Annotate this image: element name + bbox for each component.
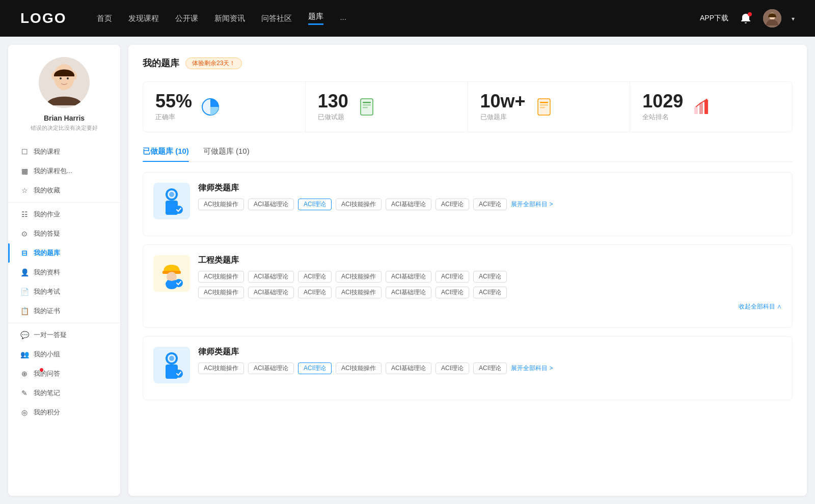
sidebar-item-notes[interactable]: ✎ 我的笔记 bbox=[8, 383, 120, 403]
sidebar-divider bbox=[8, 202, 120, 203]
sidebar-item-my-qa[interactable]: ⊕ 我的问答 bbox=[8, 364, 120, 383]
svg-point-6 bbox=[67, 77, 69, 79]
stat-label-banks: 已做题库 bbox=[480, 113, 526, 122]
tag-3-0[interactable]: ACI技能操作 bbox=[198, 362, 244, 374]
tag-2b-6[interactable]: ACI理论 bbox=[473, 287, 507, 298]
grid-icon: ⊟ bbox=[20, 249, 29, 257]
svg-point-31 bbox=[169, 356, 174, 361]
star-icon: ☆ bbox=[20, 186, 29, 194]
sidebar-item-homework[interactable]: ☷ 我的作业 bbox=[8, 205, 120, 224]
qbank-title-1: 律师类题库 bbox=[198, 183, 782, 193]
tag-1-6[interactable]: ACI理论 bbox=[473, 199, 507, 210]
tag-3-6[interactable]: ACI理论 bbox=[473, 362, 507, 374]
tab-done-banks[interactable]: 已做题库 (10) bbox=[143, 147, 189, 161]
sidebar-item-label: 我的证书 bbox=[34, 306, 60, 316]
tab-available-banks[interactable]: 可做题库 (10) bbox=[203, 147, 250, 161]
sidebar-item-label: 我的笔记 bbox=[34, 388, 60, 398]
tag-3-5[interactable]: ACI理论 bbox=[436, 362, 469, 374]
tag-2b-4[interactable]: ACI基础理论 bbox=[386, 287, 431, 298]
sidebar-item-label: 我的资料 bbox=[34, 268, 60, 277]
sidebar-item-exam[interactable]: 📄 我的考试 bbox=[8, 282, 120, 301]
sidebar-item-qbank[interactable]: ⊟ 我的题库 bbox=[8, 243, 120, 263]
tag-2-3[interactable]: ACI技能操作 bbox=[336, 271, 382, 283]
sidebar-item-points[interactable]: ◎ 我的积分 bbox=[8, 403, 120, 422]
sidebar-item-profile[interactable]: 👤 我的资料 bbox=[8, 263, 120, 282]
sidebar-avatar bbox=[39, 57, 90, 108]
collapse-btn[interactable]: 收起全部科目 ∧ bbox=[198, 302, 782, 311]
nav-news[interactable]: 新闻资讯 bbox=[214, 14, 245, 23]
sidebar-item-favorites[interactable]: ☆ 我的收藏 bbox=[8, 181, 120, 200]
stat-ranking: 1029 全站排名 bbox=[630, 82, 792, 132]
tag-1-5[interactable]: ACI理论 bbox=[436, 199, 469, 210]
svg-point-5 bbox=[60, 77, 62, 79]
tag-1-0[interactable]: ACI技能操作 bbox=[198, 199, 244, 210]
stat-label-done: 已做试题 bbox=[318, 113, 348, 122]
stat-value-ranking: 1029 bbox=[642, 92, 683, 110]
question-icon: ⊙ bbox=[20, 230, 29, 238]
tag-1-1[interactable]: ACI基础理论 bbox=[248, 199, 294, 210]
qbank-content-3: 律师类题库 ACI技能操作 ACI基础理论 ACI理论 ACI技能操作 ACI基… bbox=[198, 347, 782, 374]
tag-2b-3[interactable]: ACI技能操作 bbox=[336, 287, 382, 298]
qbank-title-3: 律师类题库 bbox=[198, 347, 782, 357]
stat-value-done: 130 bbox=[318, 92, 348, 110]
svg-rect-9 bbox=[363, 102, 371, 103]
sidebar-item-cert[interactable]: 📋 我的证书 bbox=[8, 301, 120, 321]
nav-open-course[interactable]: 公开课 bbox=[175, 14, 198, 23]
tag-2b-5[interactable]: ACI理论 bbox=[436, 287, 469, 298]
svg-rect-16 bbox=[694, 107, 698, 114]
nav-more[interactable]: ··· bbox=[340, 14, 346, 23]
stat-value-accuracy: 55% bbox=[155, 92, 192, 110]
sidebar-item-label: 一对一答疑 bbox=[34, 330, 67, 340]
stat-text-banks: 10w+ 已做题库 bbox=[480, 92, 526, 122]
tag-2-4[interactable]: ACI基础理论 bbox=[386, 271, 431, 283]
engineer-icon bbox=[153, 255, 190, 292]
user-avatar[interactable] bbox=[763, 9, 781, 27]
tag-2b-2[interactable]: ACI理论 bbox=[298, 287, 332, 298]
tags-wrapper-3: ACI技能操作 ACI基础理论 ACI理论 ACI技能操作 ACI基础理论 AC… bbox=[198, 362, 782, 374]
sidebar-divider-2 bbox=[8, 323, 120, 323]
tag-2b-0[interactable]: ACI技能操作 bbox=[198, 287, 244, 298]
tag-2-5[interactable]: ACI理论 bbox=[436, 271, 469, 283]
sidebar-item-group[interactable]: 👥 我的小组 bbox=[8, 345, 120, 364]
tag-1-2[interactable]: ACI理论 bbox=[298, 199, 332, 210]
tag-3-3[interactable]: ACI技能操作 bbox=[336, 362, 382, 374]
file-icon: ☐ bbox=[20, 148, 29, 156]
tag-2-6[interactable]: ACI理论 bbox=[473, 271, 507, 283]
main-layout: Brian Harris 错误的决定比没有决定要好 ☐ 我的课程 ▦ 我的课程包… bbox=[0, 37, 815, 504]
qbank-title-2: 工程类题库 bbox=[198, 255, 782, 266]
expand-btn-1[interactable]: 展开全部科目 > bbox=[511, 200, 553, 209]
sidebar-item-answers[interactable]: ⊙ 我的答疑 bbox=[8, 224, 120, 243]
tag-3-2[interactable]: ACI理论 bbox=[298, 362, 332, 374]
paper-icon: 📄 bbox=[20, 288, 29, 296]
page-title: 我的题库 bbox=[143, 57, 179, 69]
sidebar-item-label: 我的收藏 bbox=[34, 186, 60, 195]
notification-bell[interactable] bbox=[739, 11, 753, 25]
svg-point-4 bbox=[54, 65, 74, 90]
nav-qbank[interactable]: 题库 bbox=[308, 12, 323, 25]
avatar-dropdown-icon[interactable] bbox=[792, 14, 795, 23]
sidebar-item-course[interactable]: ☐ 我的课程 bbox=[8, 142, 120, 161]
nav-qa[interactable]: 问答社区 bbox=[261, 14, 292, 23]
expand-btn-3[interactable]: 展开全部科目 > bbox=[511, 364, 553, 373]
tag-2-0[interactable]: ACI技能操作 bbox=[198, 271, 244, 283]
nav-home[interactable]: 首页 bbox=[97, 14, 112, 23]
app-download-button[interactable]: APP下载 bbox=[700, 14, 728, 23]
lawyer-icon-1 bbox=[153, 183, 190, 219]
tag-1-4[interactable]: ACI基础理论 bbox=[386, 199, 431, 210]
tag-2-2[interactable]: ACI理论 bbox=[298, 271, 332, 283]
svg-rect-11 bbox=[363, 107, 368, 108]
tag-3-4[interactable]: ACI基础理论 bbox=[386, 362, 431, 374]
qbank-item-lawyer-2: 律师类题库 ACI技能操作 ACI基础理论 ACI理论 ACI技能操作 ACI基… bbox=[143, 336, 793, 400]
svg-rect-10 bbox=[363, 104, 371, 106]
qbank-header-1: 律师类题库 ACI技能操作 ACI基础理论 ACI理论 ACI技能操作 ACI基… bbox=[153, 183, 782, 219]
tags-row-2b: ACI技能操作 ACI基础理论 ACI理论 ACI技能操作 ACI基础理论 AC… bbox=[198, 287, 782, 298]
pie-chart-icon bbox=[200, 97, 221, 117]
tag-3-1[interactable]: ACI基础理论 bbox=[248, 362, 294, 374]
logo[interactable]: LOGO bbox=[20, 10, 66, 26]
sidebar-item-course-pkg[interactable]: ▦ 我的课程包... bbox=[8, 161, 120, 181]
tag-2b-1[interactable]: ACI基础理论 bbox=[248, 287, 294, 298]
sidebar-item-tutoring[interactable]: 💬 一对一答疑 bbox=[8, 325, 120, 345]
tag-2-1[interactable]: ACI基础理论 bbox=[248, 271, 294, 283]
tag-1-3[interactable]: ACI技能操作 bbox=[336, 199, 382, 210]
nav-discover[interactable]: 发现课程 bbox=[128, 14, 159, 23]
